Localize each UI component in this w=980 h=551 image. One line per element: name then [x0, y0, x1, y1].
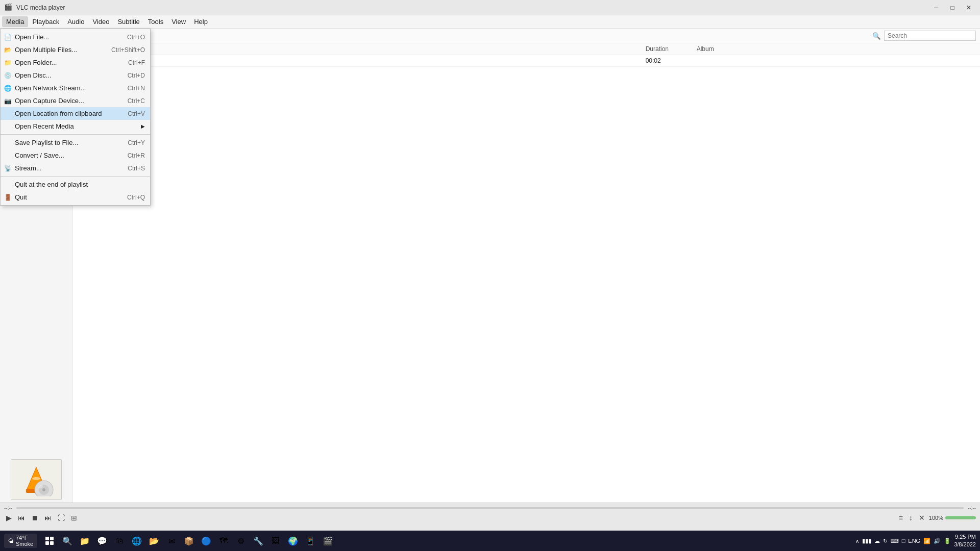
- menu-item-help[interactable]: Help: [190, 16, 212, 27]
- stop-button[interactable]: ⏹: [29, 513, 40, 523]
- menu-item-media[interactable]: Media: [2, 16, 28, 27]
- tray-refresh-icon: ↻: [883, 538, 888, 544]
- taskbar-mail[interactable]: ✉: [164, 533, 179, 548]
- save-playlist-shortcut: Ctrl+Y: [128, 139, 145, 146]
- open-location-icon: [4, 110, 12, 118]
- loop-button[interactable]: ↕: [907, 513, 915, 523]
- play-button[interactable]: ▶: [4, 513, 14, 523]
- recent-arrow-icon: ▶: [141, 123, 145, 129]
- app-icon: 🎬: [4, 3, 13, 12]
- tray-bars-icon: ▮▮▮: [862, 538, 871, 544]
- prev-button[interactable]: ⏮: [16, 513, 27, 523]
- menu-open-capture[interactable]: 📷 Open Capture Device... Ctrl+C: [1, 94, 150, 107]
- open-recent-icon: [4, 122, 12, 131]
- content-area: 🔍 Title Duration Album 00:02: [72, 29, 980, 503]
- svg-point-2: [32, 477, 40, 480]
- menu-item-playback[interactable]: Playback: [28, 16, 63, 27]
- menu-open-location[interactable]: Open Location from clipboard Ctrl+V: [1, 107, 150, 120]
- taskbar-chrome[interactable]: 🔵: [199, 533, 214, 548]
- menu-item-view[interactable]: View: [167, 16, 190, 27]
- taskbar-dropbox[interactable]: 📦: [181, 533, 197, 548]
- search-input[interactable]: [884, 31, 976, 41]
- open-network-icon: 🌐: [4, 84, 12, 92]
- menu-item-subtitle[interactable]: Subtitle: [113, 16, 143, 27]
- open-network-shortcut: Ctrl+N: [128, 85, 145, 92]
- table-row[interactable]: 00:02: [72, 55, 980, 67]
- tray-up-arrow[interactable]: ∧: [855, 538, 859, 544]
- open-multiple-shortcut: Ctrl+Shift+O: [111, 46, 145, 54]
- extended-button[interactable]: ⊞: [69, 513, 79, 523]
- taskbar-dev-tools[interactable]: 🔧: [251, 533, 266, 548]
- taskbar-photos[interactable]: 🖼: [268, 533, 283, 548]
- open-disc-icon: 💿: [4, 71, 12, 80]
- open-capture-icon: 📷: [4, 97, 12, 105]
- taskbar-edge[interactable]: 🌐: [129, 533, 144, 548]
- media-dropdown-menu: 📄 Open File... Ctrl+O 📂 Open Multiple Fi…: [0, 29, 151, 206]
- save-playlist-icon: [4, 139, 12, 147]
- taskbar-file-explorer[interactable]: 📁: [77, 533, 92, 548]
- menu-open-disc[interactable]: 💿 Open Disc... Ctrl+D: [1, 69, 150, 82]
- fullscreen-button[interactable]: ⛶: [56, 513, 67, 523]
- taskbar-clock[interactable]: 9:25 PM 3/8/2022: [954, 533, 976, 549]
- vlc-logo-svg: [18, 463, 54, 496]
- volume-bar[interactable]: [945, 516, 976, 519]
- col-header-album: Album: [697, 45, 976, 53]
- taskbar-vlc[interactable]: 🎬: [320, 533, 335, 548]
- open-multiple-icon: 📂: [4, 46, 12, 54]
- start-button[interactable]: [41, 533, 58, 549]
- menu-save-playlist[interactable]: Save Playlist to File... Ctrl+Y: [1, 136, 150, 149]
- weather-widget: 🌤 74°F Smoke: [4, 534, 37, 548]
- clock-time: 9:25 PM: [954, 533, 976, 541]
- menu-open-file[interactable]: 📄 Open File... Ctrl+O: [1, 31, 150, 43]
- taskbar-search[interactable]: 🔍: [60, 533, 75, 548]
- menu-bar: Media Playback Audio Video Subtitle Tool…: [0, 15, 980, 29]
- taskbar-maps[interactable]: 🗺: [216, 533, 231, 548]
- save-playlist-label: Save Playlist to File...: [15, 139, 78, 146]
- tray-lang[interactable]: ENG: [908, 538, 920, 544]
- col-header-title: Title: [77, 45, 646, 53]
- close-button[interactable]: ✕: [962, 2, 976, 13]
- convert-shortcut: Ctrl+R: [128, 152, 145, 159]
- search-icon-button[interactable]: 🔍: [871, 31, 882, 41]
- taskbar-settings[interactable]: ⚙: [233, 533, 249, 548]
- tray-wifi-icon: 📶: [923, 538, 930, 544]
- vlc-cone-thumbnail: [11, 459, 62, 500]
- menu-convert[interactable]: Convert / Save... Ctrl+R: [1, 149, 150, 162]
- menu-quit-end[interactable]: Quit at the end of playlist: [1, 178, 150, 191]
- menu-stream[interactable]: 📡 Stream... Ctrl+S: [1, 162, 150, 174]
- convert-icon: [4, 152, 12, 160]
- time-elapsed: --:--: [4, 505, 12, 511]
- menu-item-audio[interactable]: Audio: [63, 16, 88, 27]
- taskbar-teams[interactable]: 💬: [94, 533, 110, 548]
- volume-label: 100%: [929, 515, 943, 521]
- separator-2: [1, 176, 150, 177]
- menu-open-multiple[interactable]: 📂 Open Multiple Files... Ctrl+Shift+O: [1, 43, 150, 56]
- seek-bar[interactable]: [16, 507, 964, 509]
- taskbar-files[interactable]: 📂: [146, 533, 162, 548]
- open-network-label: Open Network Stream...: [15, 84, 86, 92]
- menu-open-folder[interactable]: 📁 Open Folder... Ctrl+F: [1, 56, 150, 69]
- svg-point-5: [42, 488, 45, 491]
- windows-logo-icon: [45, 537, 54, 545]
- playlist-button[interactable]: ≡: [897, 513, 905, 523]
- time-total: --:--: [968, 505, 976, 511]
- next-button[interactable]: ⏭: [42, 513, 54, 523]
- taskbar-screencast[interactable]: 📱: [303, 533, 318, 548]
- menu-quit[interactable]: 🚪 Quit Ctrl+Q: [1, 191, 150, 204]
- maximize-button[interactable]: □: [945, 2, 960, 13]
- menu-open-recent[interactable]: Open Recent Media ▶: [1, 120, 150, 133]
- menu-item-video[interactable]: Video: [88, 16, 113, 27]
- menu-item-tools[interactable]: Tools: [144, 16, 167, 27]
- taskbar: 🌤 74°F Smoke 🔍 📁 💬 🛍 🌐 📂 ✉ 📦 🔵 🗺 ⚙ 🔧 🖼 🌍…: [0, 531, 980, 551]
- weather-icon: 🌤: [8, 538, 14, 544]
- convert-label: Convert / Save...: [15, 152, 64, 159]
- open-multiple-label: Open Multiple Files...: [15, 46, 77, 54]
- controls-row: ▶ ⏮ ⏹ ⏭ ⛶ ⊞ ≡ ↕ ✕ 100%: [4, 513, 976, 523]
- minimize-button[interactable]: ─: [929, 2, 943, 13]
- menu-open-network[interactable]: 🌐 Open Network Stream... Ctrl+N: [1, 82, 150, 94]
- random-button[interactable]: ✕: [917, 513, 927, 523]
- separator-1: [1, 134, 150, 135]
- open-disc-label: Open Disc...: [15, 71, 52, 79]
- taskbar-browser2[interactable]: 🌍: [285, 533, 301, 548]
- taskbar-store[interactable]: 🛍: [112, 533, 127, 548]
